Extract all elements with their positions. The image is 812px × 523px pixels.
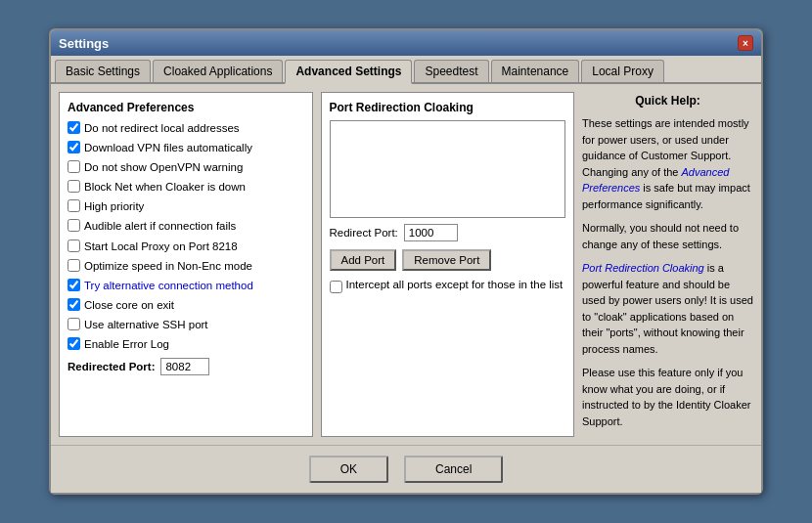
tab-advanced-settings[interactable]: Advanced Settings [285, 60, 412, 84]
content-area: Advanced Preferences Do not redirect loc… [51, 84, 761, 445]
checkbox-no-redirect-local-input[interactable] [68, 121, 80, 134]
port-redirection-link: Port Redirection Cloaking [582, 262, 704, 274]
checkbox-alternative-connection-input[interactable] [68, 279, 80, 291]
remove-port-button[interactable]: Remove Port [402, 249, 491, 271]
port-listbox[interactable] [330, 120, 566, 218]
checkbox-alt-ssh-input[interactable] [68, 318, 80, 330]
checkbox-no-openvpn-warning-input[interactable] [68, 160, 80, 173]
redirect-port-label: Redirect Port: [330, 227, 398, 239]
advanced-prefs-link: Advanced Preferences [582, 166, 729, 195]
intercept-label[interactable]: Intercept all ports except for those in … [346, 279, 564, 290]
intercept-row: Intercept all ports except for those in … [330, 279, 566, 293]
checkbox-download-vpn-label[interactable]: Download VPN files automatically [84, 140, 252, 155]
checkbox-close-core-label[interactable]: Close core on exit [84, 297, 174, 313]
checkbox-optimize-speed: Optimize speed in Non-Enc mode [68, 258, 304, 274]
checkbox-block-net: Block Net when Cloaker is down [68, 179, 304, 195]
cancel-button[interactable]: Cancel [404, 456, 503, 483]
checkbox-no-redirect-local: Do not redirect local addresses [68, 120, 304, 136]
close-button[interactable]: × [738, 35, 753, 51]
checkbox-high-priority-input[interactable] [68, 199, 80, 212]
redirect-port-row: Redirect Port: 1000 [330, 224, 566, 241]
redirect-port-input[interactable]: 1000 [404, 224, 458, 241]
checkbox-error-log: Enable Error Log [68, 336, 304, 352]
quick-help-para-3: Port Redirection Cloaking is a powerful … [582, 260, 753, 357]
checkbox-no-redirect-local-label[interactable]: Do not redirect local addresses [84, 120, 240, 136]
quick-help-title: Quick Help: [582, 92, 753, 109]
quick-help-para-1: These settings are intended mostly for p… [582, 115, 753, 212]
checkbox-audible-alert: Audible alert if connection fails [68, 218, 304, 234]
ok-button[interactable]: OK [309, 456, 388, 483]
quick-help-para-2: Normally, you should not need to change … [582, 220, 753, 252]
redirected-port-label: Redirected Port: [68, 361, 155, 372]
checkbox-no-openvpn-warning-label[interactable]: Do not show OpenVPN warning [84, 159, 243, 175]
checkbox-close-core-input[interactable] [68, 298, 80, 311]
tab-cloaked-applications[interactable]: Cloaked Applications [153, 60, 283, 82]
checkbox-alt-ssh-label[interactable]: Use alternative SSH port [84, 317, 208, 332]
intercept-checkbox[interactable] [330, 281, 342, 293]
advanced-preferences-title: Advanced Preferences [68, 101, 304, 114]
tab-local-proxy[interactable]: Local Proxy [581, 60, 664, 82]
checkbox-audible-alert-label[interactable]: Audible alert if connection fails [84, 218, 236, 234]
quick-help-panel: Quick Help: These settings are intended … [582, 92, 753, 437]
window-title: Settings [59, 36, 109, 51]
settings-window: Settings × Basic Settings Cloaked Applic… [49, 28, 763, 495]
checkbox-local-proxy-label[interactable]: Start Local Proxy on Port 8218 [84, 239, 238, 254]
checkbox-alternative-connection-label[interactable]: Try alternative connection method [84, 278, 253, 293]
footer: OK Cancel [51, 445, 761, 493]
tab-maintenance[interactable]: Maintenance [491, 60, 580, 82]
checkbox-local-proxy: Start Local Proxy on Port 8218 [68, 239, 304, 254]
checkbox-block-net-input[interactable] [68, 180, 80, 193]
checkbox-error-log-label[interactable]: Enable Error Log [84, 336, 169, 352]
checkbox-no-openvpn-warning: Do not show OpenVPN warning [68, 159, 304, 175]
checkbox-close-core: Close core on exit [68, 297, 304, 313]
add-port-button[interactable]: Add Port [330, 249, 397, 271]
checkbox-high-priority-label[interactable]: High priority [84, 198, 144, 214]
title-bar: Settings × [51, 30, 761, 56]
checkbox-audible-alert-input[interactable] [68, 219, 80, 232]
advanced-preferences-panel: Advanced Preferences Do not redirect loc… [59, 92, 313, 437]
quick-help-para-4: Please use this feature only if you know… [582, 365, 753, 429]
checkbox-alt-ssh: Use alternative SSH port [68, 317, 304, 332]
checkbox-block-net-label[interactable]: Block Net when Cloaker is down [84, 179, 246, 195]
tab-bar: Basic Settings Cloaked Applications Adva… [51, 56, 761, 84]
checkbox-local-proxy-input[interactable] [68, 240, 80, 252]
checkbox-high-priority: High priority [68, 198, 304, 214]
checkbox-optimize-speed-label[interactable]: Optimize speed in Non-Enc mode [84, 258, 252, 274]
redirected-port-input[interactable]: 8082 [160, 358, 209, 375]
port-redirection-title: Port Redirection Cloaking [330, 101, 566, 114]
checkbox-download-vpn: Download VPN files automatically [68, 140, 304, 155]
checkbox-error-log-input[interactable] [68, 337, 80, 350]
redirected-port-row: Redirected Port: 8082 [68, 358, 304, 375]
port-buttons: Add Port Remove Port [330, 249, 566, 271]
checkbox-download-vpn-input[interactable] [68, 141, 80, 153]
port-redirection-panel: Port Redirection Cloaking Redirect Port:… [321, 92, 575, 437]
checkbox-alternative-connection: Try alternative connection method [68, 278, 304, 293]
tab-basic-settings[interactable]: Basic Settings [55, 60, 151, 82]
checkbox-optimize-speed-input[interactable] [68, 259, 80, 272]
tab-speedtest[interactable]: Speedtest [414, 60, 488, 82]
